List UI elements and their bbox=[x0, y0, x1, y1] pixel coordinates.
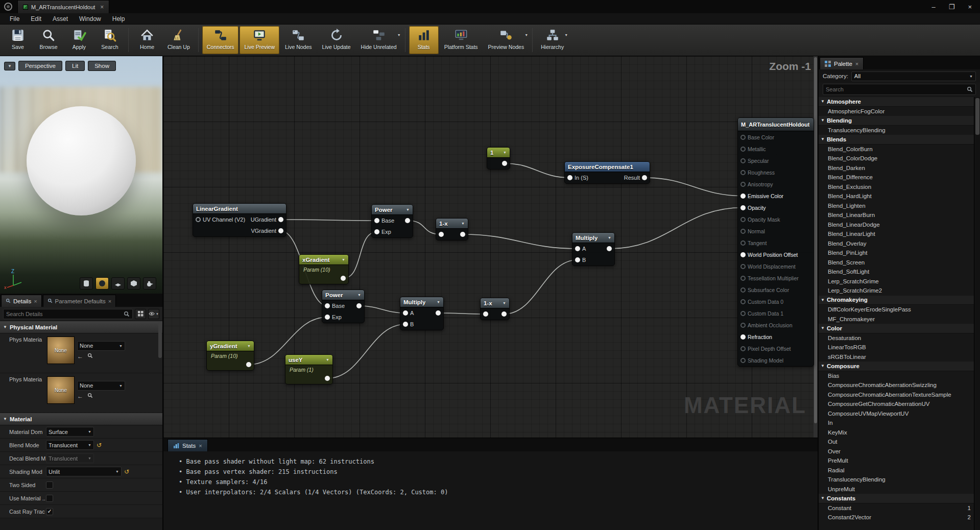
node-main[interactable]: M_ARTranslucentHoldoutBase ColorMetallic… bbox=[737, 117, 814, 367]
palette-item-blend-colordodge[interactable]: Blend_ColorDodge bbox=[819, 154, 974, 163]
menu-file[interactable]: File bbox=[4, 13, 25, 24]
palette-item-lerp-scratchgrime[interactable]: Lerp_ScratchGrime bbox=[819, 277, 974, 286]
pin-subsurface-color[interactable] bbox=[740, 287, 746, 293]
palette-item-composurechromaticaberrationswizzling[interactable]: ComposureChromaticAberrationSwizzling bbox=[819, 380, 974, 390]
palette-category-color[interactable]: ▼Color bbox=[819, 324, 974, 333]
palette-item-blend-linearburn[interactable]: Blend_LinearBurn bbox=[819, 210, 974, 220]
toolbar-browse[interactable]: Browse bbox=[34, 26, 63, 54]
palette-item-constant2vector[interactable]: Constant2Vector2 bbox=[819, 513, 974, 522]
details-search-input[interactable] bbox=[3, 309, 133, 319]
pin-exp[interactable] bbox=[374, 229, 379, 234]
pin-base-color[interactable] bbox=[740, 135, 746, 140]
use-selected-icon[interactable]: ← bbox=[77, 353, 83, 360]
node-usey[interactable]: useY▼Param (1) bbox=[285, 354, 333, 384]
pin-tessellation-multiplier[interactable] bbox=[740, 276, 746, 281]
chevron-down-icon[interactable]: ▼ bbox=[564, 33, 568, 37]
use-selected-icon[interactable]: ← bbox=[77, 393, 83, 400]
shape-cube-button[interactable] bbox=[127, 277, 140, 290]
checkbox-use-material[interactable] bbox=[46, 495, 53, 502]
maximize-button[interactable]: ❐ bbox=[949, 3, 955, 11]
palette-item-lineartosrgb[interactable]: LinearTosRGB bbox=[819, 343, 974, 352]
pin-output[interactable] bbox=[341, 276, 346, 281]
viewport-button-show[interactable]: Show bbox=[88, 61, 116, 71]
palette-item-blend-pinlight[interactable]: Blend_PinLight bbox=[819, 248, 974, 258]
palette-item-unpremult[interactable]: UnpreMult bbox=[819, 485, 974, 494]
reset-to-default-icon[interactable]: ↺ bbox=[124, 468, 129, 475]
palette-item-in[interactable]: In bbox=[819, 418, 974, 428]
pin-base[interactable] bbox=[374, 218, 379, 223]
palette-item-mf-chromakeyer[interactable]: MF_Chromakeyer bbox=[819, 315, 974, 324]
node-power-top[interactable]: Power▼BaseExp bbox=[371, 204, 413, 238]
palette-item-keymix[interactable]: KeyMix bbox=[819, 428, 974, 438]
palette-item-composuregetchromaticaberrationuv[interactable]: ComposureGetChromaticAberrationUV bbox=[819, 399, 974, 409]
select-decal-blend-m[interactable]: Translucent▼ bbox=[46, 453, 94, 463]
palette-item-lerp-scratchgrime2[interactable]: Lerp_ScratchGrime2 bbox=[819, 286, 974, 296]
pin-result[interactable] bbox=[642, 175, 647, 180]
viewport-button-perspective[interactable]: Perspective bbox=[18, 61, 62, 71]
pin-in[interactable] bbox=[483, 311, 488, 317]
palette-scrollbar-thumb[interactable] bbox=[975, 98, 979, 135]
palette-category-blends[interactable]: ▼Blends bbox=[819, 135, 974, 144]
palette-item-blend-softlight[interactable]: Blend_SoftLight bbox=[819, 267, 974, 277]
pin-in[interactable] bbox=[439, 232, 444, 237]
preview-viewport[interactable]: ▼PerspectiveLitShow Z x bbox=[0, 56, 162, 294]
shape-plane-button[interactable] bbox=[111, 277, 125, 290]
tab-close-icon[interactable]: × bbox=[100, 4, 104, 11]
shape-sphere-button[interactable] bbox=[95, 277, 109, 290]
chevron-down-icon[interactable]: ▼ bbox=[524, 33, 528, 37]
shape-teapot-button[interactable] bbox=[143, 277, 156, 290]
pin-refraction[interactable] bbox=[740, 334, 746, 340]
palette-item-blend-hardlight[interactable]: Blend_HardLight bbox=[819, 191, 974, 201]
pin-out[interactable] bbox=[356, 303, 362, 308]
details-scrollbar[interactable] bbox=[158, 322, 162, 358]
palette-item-over[interactable]: Over bbox=[819, 447, 974, 456]
node-multiply-bottom[interactable]: Multiply▼AB bbox=[400, 297, 444, 330]
tab-close-icon[interactable]: × bbox=[34, 298, 37, 304]
pin-output[interactable] bbox=[325, 376, 330, 381]
toolbar-apply[interactable]: Apply bbox=[64, 26, 94, 54]
pin-normal[interactable] bbox=[740, 229, 746, 234]
pin-in-s[interactable] bbox=[567, 175, 572, 180]
select-blend-mode[interactable]: Translucent▼ bbox=[46, 440, 94, 450]
node-const1[interactable]: 1▼ bbox=[487, 147, 510, 170]
section-physical-material[interactable]: ▼Physical Material bbox=[0, 321, 162, 333]
toolbar-clean-up[interactable]: Clean Up bbox=[163, 26, 195, 54]
palette-item-out[interactable]: Out bbox=[819, 437, 974, 447]
pin-out[interactable] bbox=[607, 246, 612, 251]
palette-item-blend-difference[interactable]: Blend_Difference bbox=[819, 173, 974, 182]
palette-item-blend-lighten[interactable]: Blend_Lighten bbox=[819, 201, 974, 211]
node-xgradient[interactable]: xGradient▼Param (10) bbox=[299, 254, 349, 284]
category-select[interactable]: All ▼ bbox=[851, 71, 976, 81]
pin-roughness[interactable] bbox=[740, 170, 746, 175]
toolbar-home[interactable]: Home bbox=[132, 26, 162, 54]
node-oneminus-bottom[interactable]: 1-x▼ bbox=[480, 298, 510, 320]
palette-item-blend-overlay[interactable]: Blend_Overlay bbox=[819, 239, 974, 249]
viewport-button-lit[interactable]: Lit bbox=[65, 61, 85, 71]
pin-uv-channel-v2[interactable] bbox=[196, 217, 201, 222]
pin-vgradient[interactable] bbox=[278, 228, 283, 233]
pin-world-position-offset[interactable] bbox=[740, 252, 746, 257]
menu-window[interactable]: Window bbox=[74, 13, 107, 24]
node-lineargradient[interactable]: LinearGradientUV Channel (V2)UGradientVG… bbox=[193, 203, 286, 237]
tab-palette[interactable]: Palette × bbox=[820, 57, 864, 69]
pin-pixel-depth-offset[interactable] bbox=[740, 346, 746, 351]
palette-category-atmosphere[interactable]: ▼Atmosphere bbox=[819, 97, 974, 107]
pin-anisotropy[interactable] bbox=[740, 182, 746, 187]
pin-custom-data-0[interactable] bbox=[740, 299, 746, 304]
palette-item-translucencyblending[interactable]: TranslucencyBlending bbox=[819, 475, 974, 485]
browse-icon[interactable] bbox=[87, 393, 93, 400]
eye-filter-icon[interactable]: ▼ bbox=[148, 309, 159, 319]
pin-opacity-mask[interactable] bbox=[740, 217, 746, 222]
palette-item-composureuvmapviewportuv[interactable]: ComposureUVMapViewportUV bbox=[819, 409, 974, 419]
node-multiply-right[interactable]: Multiply▼AB bbox=[572, 232, 615, 266]
select-shading-mod[interactable]: Unlit▼ bbox=[46, 467, 122, 476]
pin-world-displacement[interactable] bbox=[740, 264, 746, 269]
palette-item-bias[interactable]: Bias bbox=[819, 371, 974, 381]
pin-out[interactable] bbox=[501, 311, 507, 317]
palette-item-blend-colorburn[interactable]: Blend_ColorBurn bbox=[819, 144, 974, 154]
palette-close-icon[interactable]: × bbox=[855, 61, 858, 67]
stats-close-icon[interactable]: × bbox=[199, 443, 202, 449]
document-tab[interactable]: M_ARTranslucentHoldout × bbox=[17, 0, 109, 13]
toolbar-save[interactable]: Save bbox=[3, 26, 33, 54]
pin-a[interactable] bbox=[575, 246, 580, 251]
